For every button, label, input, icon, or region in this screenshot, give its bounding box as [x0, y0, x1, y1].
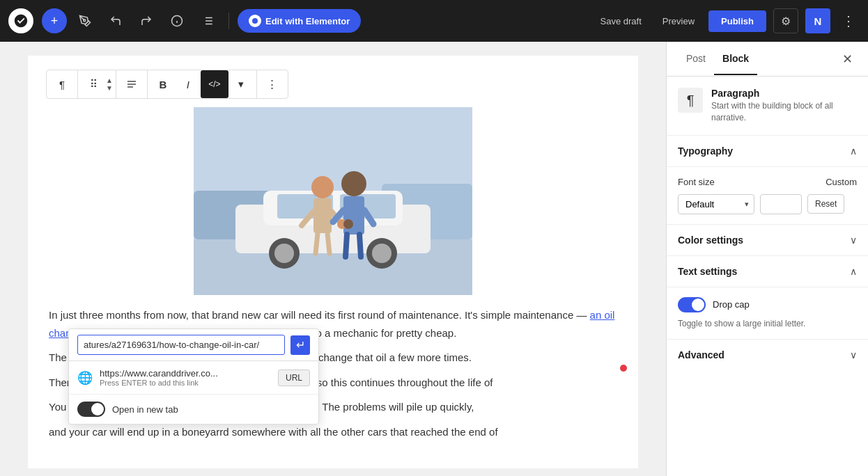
bold-button[interactable]: B	[150, 70, 176, 98]
color-settings-title: Color settings	[678, 235, 743, 246]
block-info-section: ¶ Paragraph Start with the building bloc…	[667, 77, 868, 136]
block-info-text: Paragraph Start with the building block …	[711, 88, 857, 124]
font-size-select-wrap: Default Small Medium Large Extra Large ▾	[678, 194, 754, 214]
svg-point-25	[311, 176, 334, 198]
custom-size-input[interactable]	[760, 194, 802, 214]
link-preview-url: https://www.caranddriver.co...	[100, 368, 271, 379]
link-preview-row: 🌐 https://www.caranddriver.co... Press E…	[69, 361, 318, 395]
custom-label: Custom	[826, 177, 857, 187]
code-button[interactable]: </>	[201, 70, 228, 98]
tab-block[interactable]: Block	[714, 43, 757, 75]
panel-tabs: Post Block ✕	[667, 42, 868, 77]
toolbar-drag-section: ⠿ ▲ ▼	[78, 70, 116, 98]
svg-line-35	[346, 235, 347, 257]
toggle-thumb	[91, 403, 104, 415]
tab-post[interactable]: Post	[678, 43, 714, 75]
color-settings-chevron-icon: ∨	[850, 235, 857, 246]
drag-handle-button[interactable]: ⠿	[81, 70, 106, 98]
info-button[interactable]	[164, 8, 189, 33]
n-plugin-button[interactable]: N	[805, 8, 830, 33]
link-url-button[interactable]: URL	[278, 370, 310, 386]
edit-with-elementor-button[interactable]: Edit with Elementor	[238, 9, 361, 33]
text-settings-title: Text settings	[678, 266, 737, 277]
font-size-select[interactable]: Default Small Medium Large Extra Large	[678, 194, 754, 214]
typography-section-header[interactable]: Typography ∧	[667, 136, 868, 167]
advanced-section-header[interactable]: Advanced ∨	[667, 340, 868, 370]
block-info: ¶ Paragraph Start with the building bloc…	[678, 88, 857, 124]
link-url-input[interactable]	[77, 335, 285, 355]
block-type-icon: ¶	[678, 88, 703, 113]
move-up-down[interactable]: ▲ ▼	[106, 70, 113, 98]
move-up-icon[interactable]: ▲	[106, 77, 113, 84]
link-popup: ↵ 🌐 https://www.caranddriver.co... Press…	[68, 328, 319, 425]
top-bar: + Edit with Elementor Save draft Preview…	[0, 0, 868, 42]
svg-point-31	[341, 171, 366, 196]
link-toggle-row: Open in new tab	[69, 395, 318, 424]
drop-cap-toggle[interactable]	[678, 297, 706, 312]
settings-button[interactable]: ⚙	[773, 8, 798, 33]
link-preview-hint: Press ENTER to add this link	[100, 379, 271, 387]
main-area: ¶ ⠿ ▲ ▼ B I </>	[0, 42, 868, 476]
paragraph-type-button[interactable]: ¶	[49, 70, 75, 98]
svg-point-22	[274, 244, 294, 263]
svg-rect-32	[343, 196, 364, 235]
wp-logo[interactable]	[8, 8, 33, 33]
block-options-button[interactable]: ⋮	[260, 70, 285, 98]
toolbar-align-section	[116, 70, 148, 98]
preview-button[interactable]: Preview	[656, 12, 702, 31]
more-options-button[interactable]: ⋮	[837, 10, 860, 32]
align-button[interactable]	[119, 70, 144, 98]
more-formats-button[interactable]: ▾	[228, 70, 254, 98]
text-settings-section-header[interactable]: Text settings ∧	[667, 256, 868, 287]
redo-button[interactable]	[134, 8, 159, 33]
drop-cap-row: Drop cap	[678, 297, 857, 312]
typography-content: Font size Custom Default Small Medium La…	[667, 167, 868, 225]
typography-chevron-icon: ∧	[850, 145, 857, 157]
open-new-tab-label: Open in new tab	[112, 404, 178, 415]
svg-rect-26	[313, 198, 332, 233]
open-new-tab-toggle[interactable]	[77, 402, 105, 417]
toolbar-format-section: B I </> ▾	[148, 70, 257, 98]
post-image	[194, 107, 472, 295]
block-description: Start with the building block of all nar…	[711, 100, 857, 124]
elementor-logo-dot	[249, 15, 261, 27]
post-text-5: and your car will end up in a boneyar	[49, 426, 219, 438]
tools-button[interactable]	[72, 8, 98, 33]
editor-content: ¶ ⠿ ▲ ▼ B I </>	[28, 56, 638, 468]
post-paragraph-5: and your car will end up in a boneyarrd …	[49, 423, 617, 441]
block-title: Paragraph	[711, 88, 857, 99]
text-settings-chevron-icon: ∧	[850, 266, 857, 277]
add-block-button[interactable]: +	[42, 8, 67, 33]
list-view-button[interactable]	[195, 8, 220, 33]
svg-line-30	[327, 233, 330, 253]
block-toolbar: ¶ ⠿ ▲ ▼ B I </>	[46, 70, 288, 99]
move-down-icon[interactable]: ▼	[106, 85, 113, 92]
color-settings-section-header[interactable]: Color settings ∨	[667, 225, 868, 256]
reset-button[interactable]: Reset	[807, 194, 844, 214]
advanced-chevron-icon: ∨	[850, 349, 857, 360]
editor-area[interactable]: ¶ ⠿ ▲ ▼ B I </>	[0, 42, 666, 476]
advanced-title: Advanced	[678, 349, 724, 360]
unsaved-indicator	[620, 365, 627, 372]
svg-line-36	[359, 235, 361, 257]
svg-point-0	[84, 19, 86, 22]
italic-button[interactable]: I	[176, 70, 201, 98]
publish-button[interactable]: Publish	[708, 10, 766, 32]
text-settings-content: Drop cap Toggle to show a large initial …	[667, 287, 868, 340]
link-input-row: ↵	[69, 329, 318, 361]
close-panel-button[interactable]: ✕	[837, 49, 857, 69]
right-panel: Post Block ✕ ¶ Paragraph Start with the …	[666, 42, 868, 476]
topbar-right: Save draft Preview Publish ⚙ N ⋮	[594, 8, 860, 33]
undo-button[interactable]	[103, 8, 128, 33]
globe-icon: 🌐	[77, 370, 93, 386]
save-draft-button[interactable]: Save draft	[594, 12, 649, 31]
font-size-controls: Default Small Medium Large Extra Large ▾…	[678, 194, 857, 214]
drop-cap-label: Drop cap	[713, 299, 750, 310]
toolbar-more-section: ⋮	[257, 70, 288, 98]
link-submit-button[interactable]: ↵	[290, 335, 310, 355]
svg-point-24	[372, 244, 392, 263]
svg-point-38	[343, 219, 353, 229]
link-preview-info: https://www.caranddriver.co... Press ENT…	[100, 368, 271, 387]
font-size-label: Font size	[678, 177, 820, 187]
topbar-divider	[228, 13, 229, 29]
